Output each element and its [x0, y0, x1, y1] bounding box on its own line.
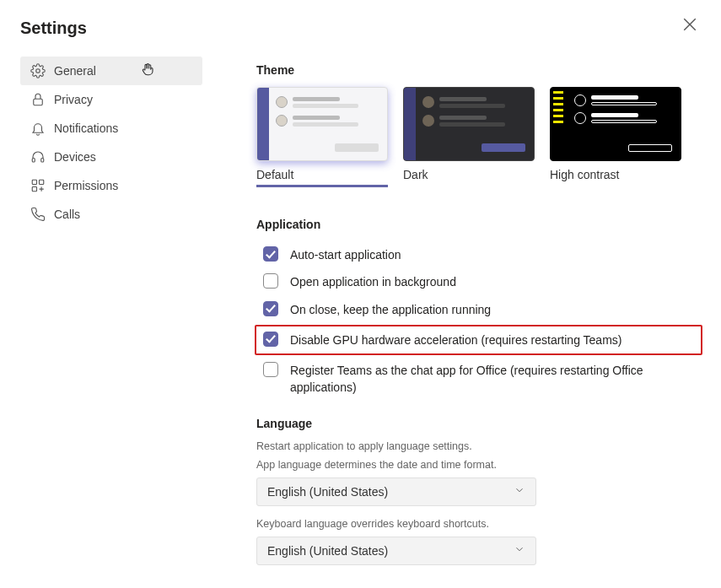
theme-thumb-default — [256, 87, 388, 161]
sidebar-item-notifications[interactable]: Notifications — [20, 114, 202, 143]
checkbox-label: On close, keep the application running — [290, 301, 491, 318]
svg-rect-3 — [34, 99, 43, 105]
cursor-hand-icon — [140, 62, 155, 77]
option-keep-running: On close, keep the application running — [256, 296, 701, 323]
option-register-chat-app: Register Teams as the chat app for Offic… — [256, 357, 701, 402]
sidebar-item-label: Devices — [54, 150, 96, 164]
sidebar-item-devices[interactable]: Devices — [20, 143, 202, 171]
theme-label: Dark — [403, 168, 535, 181]
sidebar-item-permissions[interactable]: Permissions — [20, 171, 202, 200]
theme-section-title: Theme — [256, 63, 701, 77]
sidebar-item-label: Permissions — [54, 179, 118, 192]
svg-rect-5 — [41, 159, 44, 163]
theme-label: High contrast — [550, 168, 681, 181]
close-icon[interactable] — [682, 17, 697, 32]
theme-thumb-high-contrast — [550, 87, 681, 161]
application-section-title: Application — [256, 218, 701, 231]
checkbox-open-background[interactable] — [263, 273, 278, 289]
checkbox-label: Register Teams as the chat app for Offic… — [290, 362, 694, 396]
settings-sidebar: General Privacy Notifications — [20, 57, 202, 577]
sidebar-item-label: General — [54, 64, 96, 78]
keyboard-language-select[interactable]: English (United States) — [256, 537, 536, 565]
option-open-background: Open application in background — [256, 268, 701, 295]
option-disable-gpu: Disable GPU hardware acceleration (requi… — [255, 325, 702, 355]
sidebar-item-general[interactable]: General — [20, 57, 202, 85]
sidebar-item-label: Privacy — [54, 93, 93, 106]
app-language-select[interactable]: English (United States) — [256, 477, 536, 506]
checkbox-register-chat-app[interactable] — [263, 362, 278, 377]
svg-rect-6 — [32, 180, 36, 184]
bell-icon — [30, 121, 46, 136]
page-title: Settings — [20, 19, 701, 38]
svg-rect-8 — [32, 187, 36, 192]
checkbox-disable-gpu[interactable] — [263, 332, 278, 347]
theme-option-high-contrast[interactable]: High contrast — [550, 87, 681, 187]
chevron-down-icon — [514, 543, 525, 558]
apps-icon — [30, 178, 46, 193]
svg-rect-4 — [32, 159, 35, 163]
sidebar-item-calls[interactable]: Calls — [20, 200, 202, 229]
lock-icon — [30, 92, 46, 107]
theme-option-dark[interactable]: Dark — [403, 87, 535, 187]
svg-rect-7 — [40, 180, 44, 184]
gear-icon — [30, 63, 46, 78]
checkbox-label: Disable GPU hardware acceleration (requi… — [290, 332, 621, 348]
checkbox-label: Open application in background — [290, 273, 456, 290]
checkbox-auto-start[interactable] — [263, 246, 278, 262]
option-auto-start: Auto-start application — [256, 241, 701, 268]
theme-thumb-dark — [403, 87, 535, 161]
app-language-hint: App language determines the date and tim… — [256, 459, 701, 471]
language-section-title: Language — [256, 417, 701, 430]
language-restart-hint: Restart application to apply language se… — [256, 440, 701, 452]
checkbox-label: Auto-start application — [290, 246, 401, 263]
theme-label: Default — [256, 168, 388, 181]
svg-point-2 — [36, 69, 40, 73]
checkbox-keep-running[interactable] — [263, 301, 278, 316]
sidebar-item-label: Calls — [54, 208, 80, 221]
theme-option-default[interactable]: Default — [256, 87, 388, 187]
select-value: English (United States) — [267, 544, 388, 558]
headset-icon — [30, 149, 46, 165]
sidebar-item-label: Notifications — [54, 121, 118, 135]
select-value: English (United States) — [267, 485, 388, 499]
sidebar-item-privacy[interactable]: Privacy — [20, 85, 202, 114]
keyboard-language-hint: Keyboard language overrides keyboard sho… — [256, 518, 701, 530]
chevron-down-icon — [514, 484, 525, 499]
phone-icon — [30, 207, 46, 222]
